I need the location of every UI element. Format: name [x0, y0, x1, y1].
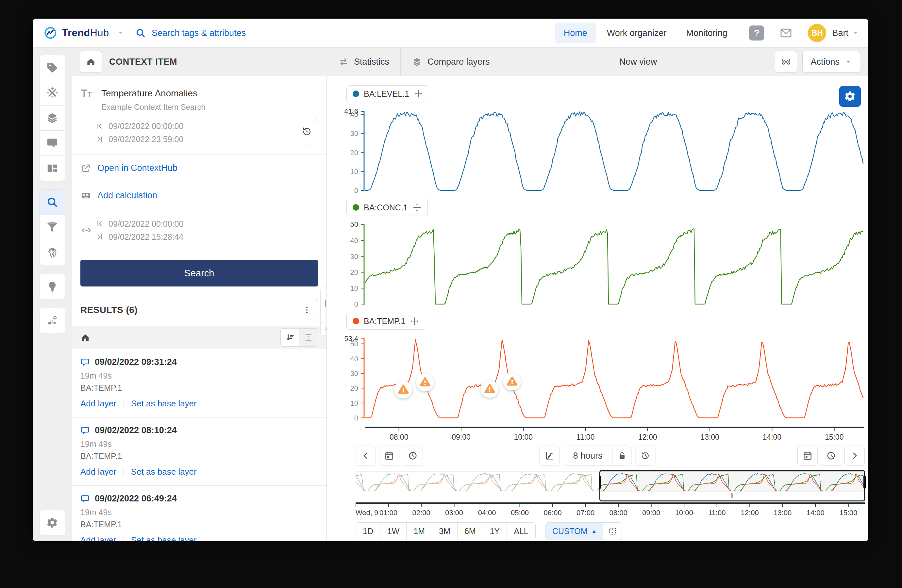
- results-menu-button[interactable]: [296, 299, 318, 321]
- splitter-drag-handle[interactable]: ‖: [320, 285, 327, 322]
- range-button-all[interactable]: ALL: [507, 522, 535, 540]
- level-plot[interactable]: 01020304041.6: [327, 105, 868, 193]
- fingerprint-button[interactable]: [39, 240, 65, 265]
- range-button-1m[interactable]: 1M: [406, 522, 432, 540]
- panel-splitter: ‖ ×: [320, 285, 327, 336]
- svg-text:13:00: 13:00: [700, 433, 719, 441]
- end-date: 09/02/2022 23:59:00: [108, 133, 183, 146]
- add-layer-link[interactable]: Add layer: [80, 535, 116, 541]
- search-button[interactable]: Search: [80, 260, 318, 286]
- step-chart-icon: [545, 451, 554, 461]
- open-in-contexthub-link[interactable]: Open in ContextHub: [72, 155, 326, 181]
- avatar[interactable]: BH: [808, 24, 826, 42]
- add-layer-link[interactable]: Add layer: [80, 467, 116, 477]
- predictions-button[interactable]: [39, 308, 65, 333]
- end-clock-button[interactable]: [821, 446, 841, 466]
- panel-home-button[interactable]: [80, 51, 102, 72]
- svg-text:01:00: 01:00: [379, 508, 398, 517]
- gear-icon: [844, 91, 856, 102]
- search-input[interactable]: [151, 28, 348, 39]
- fit-selection-button[interactable]: [603, 522, 622, 540]
- move-icon[interactable]: [410, 316, 419, 326]
- recommendations-button[interactable]: [39, 274, 65, 299]
- tags-button[interactable]: [39, 55, 65, 80]
- nav-right: ? BH Bart: [737, 19, 868, 47]
- layers-icon: [412, 56, 422, 67]
- layers-button[interactable]: [39, 105, 65, 131]
- range-button-3m[interactable]: 3M: [432, 522, 457, 540]
- view-title: New view: [501, 57, 775, 67]
- series-color-dot: [352, 91, 359, 97]
- skip-end-icon: [96, 233, 103, 241]
- chevron-right-icon: [850, 451, 860, 461]
- minimap-selection[interactable]: ‖: [599, 470, 865, 502]
- svg-text:40: 40: [350, 355, 358, 363]
- result-duration: 19m 49s: [80, 439, 318, 449]
- results-sort-group: [280, 328, 318, 347]
- statistics-button[interactable]: Statistics: [327, 48, 401, 76]
- calculations-button[interactable]: [39, 80, 65, 105]
- comment-outline-icon: [80, 426, 89, 435]
- sort-descending-button[interactable]: [281, 328, 299, 346]
- results-title: RESULTS (6): [80, 305, 138, 315]
- nav-tab-monitoring[interactable]: Monitoring: [678, 22, 736, 44]
- custom-range-button[interactable]: CUSTOM ▲: [545, 522, 604, 540]
- help-button[interactable]: ?: [749, 25, 764, 41]
- set-base-layer-link[interactable]: Set as base layer: [131, 399, 197, 409]
- legend-chip-temp[interactable]: BA:TEMP.1: [346, 313, 425, 330]
- end-calendar-button[interactable]: [797, 446, 818, 466]
- add-calculation-link[interactable]: Add calculation: [72, 182, 326, 209]
- annotations-button[interactable]: [39, 130, 65, 156]
- start-calendar-button[interactable]: [379, 446, 399, 466]
- overview-minimap[interactable]: ‖: [355, 471, 865, 492]
- range-button-1d[interactable]: 1D: [355, 522, 381, 540]
- result-item[interactable]: 09/02/2022 06:49:2419m 49sBA:TEMP.1Add l…: [72, 486, 326, 541]
- skip-start-icon: [96, 220, 103, 227]
- filter-button[interactable]: [39, 214, 65, 240]
- range-button-1y[interactable]: 1Y: [483, 522, 507, 540]
- collapse-results-button[interactable]: [299, 328, 318, 346]
- move-icon[interactable]: [412, 203, 421, 212]
- result-item[interactable]: 09/02/2022 08:10:2419m 49sBA:TEMP.1Add l…: [72, 418, 326, 486]
- settings-button[interactable]: [39, 510, 65, 535]
- add-layer-link[interactable]: Add layer: [80, 399, 116, 409]
- nav-tab-work-organizer[interactable]: Work organizer: [598, 22, 675, 44]
- monotonic-trend-button[interactable]: [539, 446, 559, 466]
- range-button-1w[interactable]: 1W: [380, 522, 407, 540]
- range-button-6m[interactable]: 6M: [457, 522, 483, 540]
- user-caret-down-icon[interactable]: [852, 29, 860, 37]
- live-mode-button[interactable]: [775, 51, 797, 72]
- chart-settings-button[interactable]: [839, 86, 861, 107]
- result-item[interactable]: 09/02/2022 09:31:2419m 49sBA:TEMP.1Add l…: [72, 349, 326, 418]
- set-base-layer-link[interactable]: Set as base layer: [131, 467, 197, 477]
- pan-left-button[interactable]: [355, 446, 376, 466]
- brand-caret-down-icon[interactable]: [117, 29, 124, 37]
- history-button[interactable]: [296, 119, 318, 144]
- legend-chip-conc[interactable]: BA:CONC.1: [346, 199, 428, 216]
- move-icon[interactable]: [414, 89, 423, 99]
- selection-right-handle[interactable]: [863, 475, 866, 489]
- svg-text:13:00: 13:00: [774, 508, 792, 517]
- set-base-layer-link[interactable]: Set as base layer: [131, 535, 197, 541]
- selection-drag-handle[interactable]: ‖: [600, 492, 864, 500]
- pan-right-button[interactable]: [844, 446, 865, 466]
- temp-plot[interactable]: 0102030405053.4: [327, 332, 868, 421]
- dashboard-button[interactable]: [39, 155, 65, 181]
- panel-collapse-button[interactable]: ×: [320, 322, 327, 336]
- reset-time-button[interactable]: [635, 446, 656, 466]
- selection-left-handle[interactable]: [599, 475, 601, 489]
- conc-plot[interactable]: 01020304050: [327, 219, 868, 307]
- home-icon[interactable]: [80, 333, 90, 342]
- legend-chip-level[interactable]: BA:LEVEL.1: [346, 85, 429, 102]
- results-list: 09/02/2022 09:31:2419m 49sBA:TEMP.1Add l…: [72, 349, 326, 541]
- lock-duration-button[interactable]: [612, 446, 632, 466]
- start-date: 09/02/2022 00:00:00: [108, 120, 183, 133]
- actions-button[interactable]: Actions: [802, 51, 860, 72]
- start-clock-button[interactable]: [402, 446, 423, 466]
- svg-text:08:00: 08:00: [390, 433, 409, 441]
- mail-icon[interactable]: [780, 27, 792, 39]
- duration-label[interactable]: 8 hours: [563, 451, 612, 461]
- search-tool-button[interactable]: [39, 189, 65, 215]
- nav-tab-home[interactable]: Home: [555, 22, 596, 44]
- compare-layers-button[interactable]: Compare layers: [401, 48, 501, 76]
